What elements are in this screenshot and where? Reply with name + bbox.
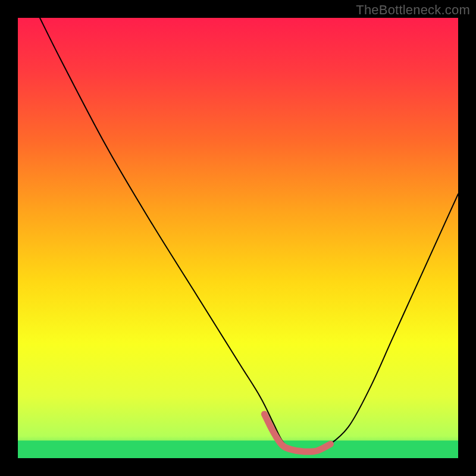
chart-frame: TheBottleneck.com (0, 0, 476, 476)
plot-area (18, 18, 458, 458)
gradient-background (18, 18, 458, 458)
watermark-label: TheBottleneck.com (356, 2, 470, 18)
svg-rect-0 (18, 18, 458, 458)
